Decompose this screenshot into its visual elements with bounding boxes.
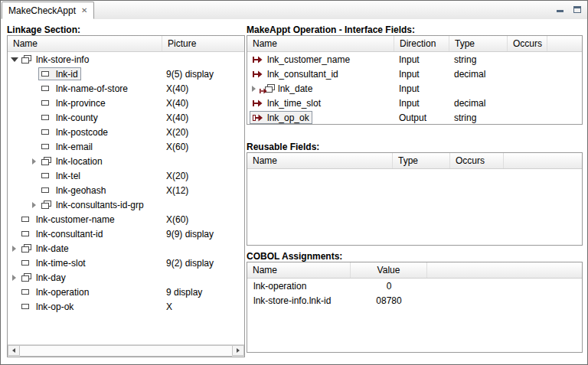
- linkage-row[interactable]: lnk-provinceX(40): [8, 96, 244, 110]
- tree-collapsed-icon[interactable]: [30, 157, 38, 166]
- tab-bar: MakeCheckAppt ✕: [1, 1, 587, 20]
- scrollbar-thumb[interactable]: [20, 345, 232, 357]
- input-direction-icon: [253, 99, 264, 108]
- linkage-row[interactable]: lnk-customer-nameX(60): [8, 212, 244, 226]
- scroll-right-button[interactable]: [232, 345, 244, 356]
- reusable-column-header-type[interactable]: Type: [393, 153, 450, 168]
- linkage-item-picture: X(12): [162, 185, 244, 196]
- linkage-item-label: lnk-consultant-id: [36, 229, 103, 240]
- interface-field-row[interactable]: lnk_dateInput: [247, 81, 582, 96]
- linkage-row[interactable]: lnk-consultants-id-grp: [8, 197, 244, 212]
- scroll-left-arrow-icon: [12, 348, 15, 353]
- tree-indent-spacer: [10, 215, 18, 224]
- view-content: Linkage Section: Name Picture lnk-store-…: [1, 19, 587, 364]
- linkage-row[interactable]: lnk-emailX(60): [8, 139, 244, 154]
- elementary-item-icon: [21, 288, 33, 297]
- tab-close-icon[interactable]: ✕: [81, 7, 87, 15]
- linkage-column-header-name[interactable]: Name: [8, 36, 162, 51]
- scroll-left-button[interactable]: [8, 345, 20, 356]
- linkage-row[interactable]: lnk-store-info: [8, 52, 244, 67]
- reusable-column-header-name[interactable]: Name: [247, 153, 393, 168]
- linkage-row[interactable]: lnk-op-okX: [8, 299, 244, 314]
- tree-collapsed-icon[interactable]: [250, 84, 258, 93]
- elementary-item-icon: [41, 70, 53, 79]
- scroll-right-arrow-icon: [237, 348, 240, 353]
- tree-collapsed-icon[interactable]: [30, 200, 38, 210]
- interface-field-row[interactable]: lnk_time_slotInputdecimal: [247, 96, 582, 110]
- linkage-row[interactable]: lnk-geohashX(12): [8, 183, 244, 197]
- linkage-row[interactable]: lnk-countyX(40): [8, 110, 244, 125]
- interface-column-header-name[interactable]: Name: [247, 36, 394, 51]
- reusable-column-header-occurs[interactable]: Occurs: [450, 153, 504, 168]
- tree-collapsed-icon[interactable]: [10, 244, 18, 253]
- linkage-item-label: lnk-tel: [56, 171, 80, 181]
- linkage-name-cell: lnk-postcode: [8, 125, 162, 139]
- elementary-item-icon: [21, 302, 33, 311]
- linkage-name-cell: lnk-geohash: [8, 184, 162, 197]
- linkage-item-label: lnk-op-ok: [36, 301, 74, 312]
- interface-field-label: lnk_customer_name: [267, 54, 350, 65]
- linkage-item-label: lnk-province: [56, 98, 106, 109]
- linkage-row[interactable]: lnk-telX(20): [8, 168, 244, 183]
- tree-collapsed-icon[interactable]: [10, 273, 18, 282]
- tree-indent-spacer: [30, 113, 38, 122]
- linkage-row[interactable]: lnk-operation9 display: [8, 285, 244, 299]
- linkage-item-picture: 9(5) display: [162, 69, 244, 80]
- interface-field-row[interactable]: lnk_customer_nameInputstring: [247, 52, 582, 67]
- cobol-column-header-name[interactable]: Name: [247, 262, 351, 278]
- interface-column-header-direction[interactable]: Direction: [394, 36, 449, 51]
- linkage-item-label: lnk-postcode: [56, 127, 108, 138]
- linkage-row[interactable]: lnk-location: [8, 154, 244, 168]
- interface-column-header-occurs[interactable]: Occurs: [508, 36, 547, 51]
- linkage-row[interactable]: lnk-id9(5) display: [8, 67, 244, 81]
- interface-field-row[interactable]: lnk_consultant_idInputdecimal: [247, 67, 582, 81]
- linkage-name-cell: lnk-province: [8, 96, 162, 109]
- linkage-row[interactable]: lnk-day: [8, 270, 244, 285]
- linkage-row[interactable]: lnk-date: [8, 241, 244, 256]
- interface-fields-title: MakeAppt Operation - Interface Fields:: [247, 24, 415, 35]
- linkage-item-picture: X(40): [162, 98, 244, 109]
- cobol-assignment-row[interactable]: lnk-store-info.lnk-id08780: [247, 293, 582, 308]
- linkage-column-header-picture[interactable]: Picture: [162, 36, 244, 51]
- cobol-assignments-title: COBOL Assignments:: [247, 251, 342, 262]
- linkage-item-label: lnk-id: [56, 69, 78, 80]
- linkage-name-cell: lnk-customer-name: [8, 213, 162, 226]
- interface-column-header-type[interactable]: Type: [449, 36, 508, 51]
- linkage-row[interactable]: lnk-time-slot9(2) display: [8, 256, 244, 270]
- linkage-name-cell: lnk-operation: [8, 285, 162, 298]
- cobol-assignments-table: Name Value lnk-operation0lnk-store-info.…: [247, 262, 583, 353]
- linkage-item-picture: X(20): [162, 171, 244, 181]
- group-item-icon: [41, 200, 53, 210]
- elementary-item-icon: [41, 171, 53, 181]
- linkage-name-cell: lnk-op-ok: [8, 300, 162, 313]
- elementary-item-icon: [41, 99, 53, 108]
- linkage-row[interactable]: lnk-name-of-storeX(40): [8, 81, 244, 96]
- interface-field-direction: Input: [394, 83, 449, 94]
- linkage-item-label: lnk-geohash: [56, 185, 106, 196]
- group-item-icon: [21, 244, 33, 253]
- cobol-column-header-value[interactable]: Value: [351, 262, 427, 278]
- interface-field-row[interactable]: lnk_op_okOutputstring: [247, 110, 582, 124]
- linkage-row[interactable]: lnk-consultant-id9(9) display: [8, 226, 244, 241]
- tree-expanded-icon[interactable]: [10, 55, 18, 64]
- linkage-item-label: lnk-date: [36, 243, 69, 254]
- linkage-item-picture: X(60): [162, 142, 244, 152]
- linkage-table-body: lnk-store-infolnk-id9(5) displaylnk-name…: [8, 52, 244, 344]
- cobol-assignment-row[interactable]: lnk-operation0: [247, 279, 582, 293]
- linkage-horizontal-scrollbar[interactable]: [8, 344, 244, 357]
- tree-indent-spacer: [10, 302, 18, 311]
- interface-name-cell: lnk_time_slot: [247, 96, 394, 109]
- group-item-icon: [41, 157, 53, 166]
- tab-makecheckappt[interactable]: MakeCheckAppt ✕: [2, 2, 94, 19]
- tree-indent-spacer: [30, 99, 38, 108]
- linkage-name-cell: lnk-time-slot: [8, 256, 162, 269]
- linkage-item-label: lnk-consultants-id-grp: [56, 200, 144, 210]
- cobol-assignment-value: 0: [351, 281, 427, 292]
- interface-name-cell: lnk_consultant_id: [247, 67, 394, 80]
- linkage-row[interactable]: lnk-postcodeX(20): [8, 125, 244, 139]
- tree-indent-spacer: [30, 142, 38, 152]
- minimize-icon[interactable]: [557, 5, 564, 13]
- linkage-item-picture: X(40): [162, 83, 244, 94]
- maximize-icon[interactable]: [573, 6, 581, 13]
- linkage-name-cell: lnk-email: [8, 140, 162, 153]
